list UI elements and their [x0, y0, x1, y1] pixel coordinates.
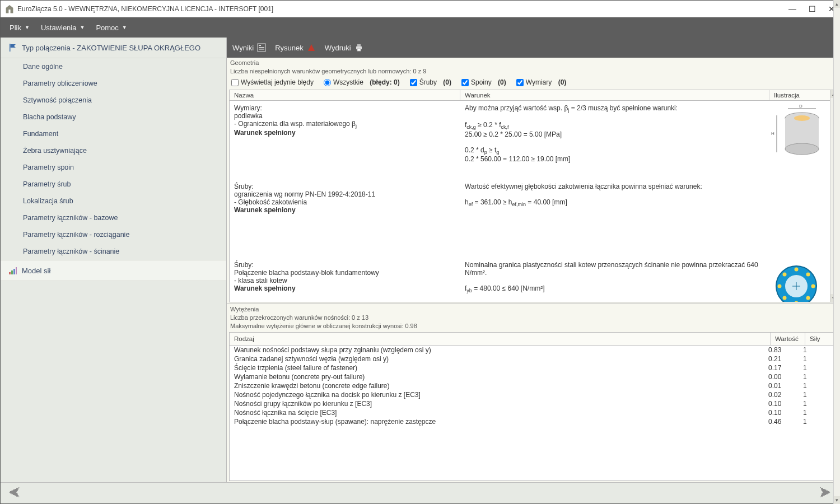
filter-bolts-checkbox[interactable]: [410, 79, 417, 86]
cell-rodzaj: Ścięcie trzpienia (steel failure of fast…: [230, 363, 764, 372]
filter-errors-only[interactable]: Wyświetlaj jedynie błędy: [231, 78, 314, 86]
table-row: Zniszczenie krawędzi betonu (concrete ed…: [230, 381, 830, 390]
header-sily[interactable]: Siły: [805, 333, 837, 345]
sidebar-item-conn-shear[interactable]: Parametry łączników - ścinanie: [1, 243, 226, 260]
geometry-summary: Liczba niespełnionych warunków geometryc…: [227, 68, 839, 76]
flange-thumb-icon: [771, 261, 822, 302]
menu-settings[interactable]: Ustawienia ▼: [36, 21, 90, 34]
header-rodzaj[interactable]: Rodzaj: [230, 333, 771, 345]
header-nazwa[interactable]: Nazwa: [230, 90, 460, 100]
chevron-down-icon: ▼: [80, 25, 85, 30]
filter-bolts[interactable]: Śruby (0): [410, 78, 451, 86]
drawing-icon: [307, 43, 316, 52]
results-icon: [257, 43, 266, 52]
content-toolbar: Wyniki Rysunek Wydruki: [227, 38, 839, 58]
filter-all-radio[interactable]: [324, 79, 331, 86]
cell-sily: 1: [799, 417, 830, 426]
cell-sily: 1: [799, 354, 830, 363]
cell-sily: 1: [799, 399, 830, 408]
header-warunek[interactable]: Warunek: [460, 90, 769, 100]
toolbar-results[interactable]: Wyniki: [232, 43, 266, 52]
cell-sily: 1: [799, 390, 830, 399]
cell-rodzaj: Nośność łącznika na ścięcie [EC3]: [230, 408, 764, 417]
toolbar-prints[interactable]: Wydruki: [325, 43, 363, 52]
filter-welds-count: (0): [498, 78, 506, 86]
filter-dimensions-label: Wymiary: [526, 78, 552, 86]
table-row: Wymiary: podlewka - Ograniczenia dla wsp…: [230, 101, 830, 179]
menu-help[interactable]: Pomoc ▼: [91, 21, 131, 34]
cell-nazwa: Wymiary: podlewka - Ograniczenia dla wsp…: [230, 101, 460, 179]
sidebar-item-bolt-location[interactable]: Lokalizacja śrub: [1, 193, 226, 209]
wytezenia-table-header: Rodzaj Wartość Siły: [230, 333, 837, 346]
window-controls: — ☐ ✕: [788, 4, 835, 13]
cell-wartosc: 0.02: [764, 390, 799, 399]
content: Wyniki Rysunek Wydruki Geometria Liczba …: [227, 38, 839, 482]
prev-button[interactable]: ⮜: [8, 486, 21, 501]
titlebar: EuroZłącza 5.0 - WEWNĘTRZNA, NIEKOMERCYJ…: [1, 1, 839, 17]
app-icon: [5, 4, 14, 13]
cell-sily: 1: [799, 381, 830, 390]
sidebar-section-forces[interactable]: Model sił: [1, 260, 226, 281]
filter-dimensions-checkbox[interactable]: [516, 79, 524, 86]
sidebar-item-foundation[interactable]: Fundament: [1, 125, 226, 142]
svg-point-16: [794, 115, 810, 121]
filter-dimensions[interactable]: Wymiary (0): [516, 78, 567, 86]
geometry-heading: Geometria: [227, 58, 839, 68]
sidebar-item-welds[interactable]: Parametry spoin: [1, 159, 226, 176]
table-row: Granica zadanej sztywności węzła (względ…: [230, 354, 830, 363]
cell-rodzaj: Połączenie blacha podstawy-słup (spawane…: [230, 417, 764, 426]
toolbar-drawing[interactable]: Rysunek: [275, 43, 316, 52]
filter-errors-only-label: Wyświetlaj jedynie błędy: [241, 78, 314, 86]
cell-wartosc: 0.46: [764, 417, 799, 426]
forces-icon: [8, 266, 17, 275]
minimize-button[interactable]: —: [788, 4, 796, 13]
wytezenia-line1: Liczba przekroczonych warunków nośności:…: [227, 314, 839, 323]
svg-point-25: [778, 284, 782, 288]
cell-warunek: Aby można przyjąć wartość wsp. βj = 2/3 …: [460, 101, 763, 179]
filter-dimensions-count: (0): [558, 78, 567, 86]
sidebar-section-connection[interactable]: Typ połączenia - ZAKOTWIENIE SŁUPA OKRĄG…: [1, 38, 226, 58]
sidebar: Typ połączenia - ZAKOTWIENIE SŁUPA OKRĄG…: [1, 38, 227, 482]
cell-rodzaj: Nośność pojedynczego łącznika na docisk …: [230, 390, 764, 399]
sidebar-item-stiffness[interactable]: Sztywność połączenia: [1, 92, 226, 109]
table-row: Nośność pojedynczego łącznika na docisk …: [230, 390, 830, 399]
sidebar-item-conn-tension[interactable]: Parametry łączników - rozciąganie: [1, 226, 226, 243]
sidebar-item-baseplate[interactable]: Blacha podstawy: [1, 109, 226, 125]
scrollbar[interactable]: ▴ ▾: [833, 332, 837, 481]
svg-marker-9: [308, 44, 315, 51]
sidebar-item-conn-base[interactable]: Parametry łączników - bazowe: [1, 209, 226, 226]
toolbar-prints-label: Wydruki: [325, 44, 351, 52]
svg-point-26: [811, 284, 815, 288]
filter-welds-checkbox[interactable]: [461, 79, 469, 86]
menu-help-label: Pomoc: [96, 24, 118, 32]
svg-rect-2: [11, 270, 13, 274]
filter-all[interactable]: Wszystkie (błędy: 0): [324, 78, 400, 86]
svg-point-15: [785, 143, 819, 155]
filter-welds[interactable]: Spoiny (0): [461, 78, 506, 86]
cell-wartosc: 0.00: [764, 372, 799, 381]
sidebar-item-ribs[interactable]: Żebra usztywniające: [1, 142, 226, 159]
geometry-table-body[interactable]: Wymiary: podlewka - Ograniczenia dla wsp…: [230, 101, 837, 302]
table-row: Nośności grupy łączników po kierunku z […: [230, 399, 830, 408]
header-wartosc[interactable]: Wartość: [771, 333, 805, 345]
maximize-button[interactable]: ☐: [809, 4, 816, 13]
svg-rect-6: [259, 45, 261, 46]
svg-text:D: D: [799, 104, 802, 109]
cell-warunek: Nominalna granica plastyczności stali ko…: [460, 258, 763, 302]
geometry-table-header: Nazwa Warunek Ilustracja: [230, 90, 837, 101]
geometry-table: Nazwa Warunek Ilustracja Wymiary: podlew…: [229, 90, 837, 302]
menu-file[interactable]: Plik ▼: [5, 21, 34, 34]
svg-rect-0: [10, 44, 11, 52]
filter-errors-only-checkbox[interactable]: [231, 79, 239, 86]
wytezenia-table-body[interactable]: Warunek nośności podstawy słupa przy zgi…: [230, 346, 837, 480]
toolbar-drawing-label: Rysunek: [275, 44, 304, 52]
filter-all-count: (błędy: 0): [370, 78, 399, 86]
header-ilustracja[interactable]: Ilustracja: [769, 90, 837, 100]
cell-sily: 1: [799, 372, 830, 381]
cell-wartosc: 0.83: [764, 346, 799, 354]
sidebar-item-general[interactable]: Dane ogólne: [1, 58, 226, 75]
next-button[interactable]: ⮞: [819, 486, 832, 501]
cylinder-thumb-icon: H D: [771, 104, 822, 160]
sidebar-item-bolts[interactable]: Parametry śrub: [1, 176, 226, 193]
sidebar-item-calc-params[interactable]: Parametry obliczeniowe: [1, 75, 226, 92]
